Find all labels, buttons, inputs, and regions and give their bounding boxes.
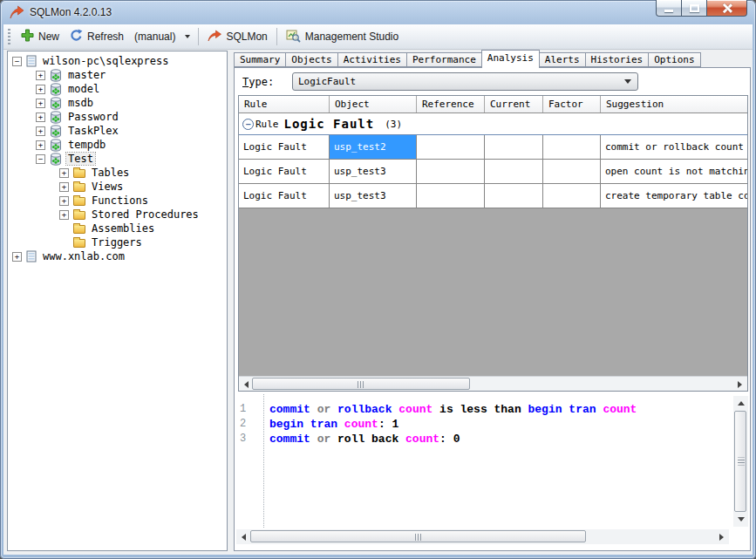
cell[interactable] [543, 135, 601, 159]
suggestion-detail-editor[interactable]: 123 commit or rollback count is less tha… [235, 394, 750, 550]
expand-toggle-icon[interactable]: + [36, 112, 45, 122]
refresh-mode-dropdown[interactable] [180, 32, 194, 41]
table-row[interactable]: Logic Faultusp_test3open count is not ma… [239, 160, 747, 184]
scroll-left-button[interactable] [236, 529, 251, 544]
tab-histories[interactable]: Histories [585, 52, 650, 67]
detail-hscroll-thumb[interactable] [250, 530, 586, 542]
grid-hscroll-thumb[interactable] [252, 378, 470, 390]
tree-item-wilson-pc-sqlexpress[interactable]: −wilson-pc\sqlexpress [8, 54, 227, 68]
cell[interactable]: create temporary table cou [601, 184, 747, 208]
tab-summary[interactable]: Summary [234, 52, 286, 67]
tree-item-www-xnlab-com[interactable]: +www.xnlab.com [8, 249, 227, 263]
column-header-suggestion[interactable]: Suggestion [601, 96, 747, 112]
tree-item-views[interactable]: +Views [8, 180, 227, 194]
expand-toggle-icon[interactable]: + [36, 71, 45, 80]
code-token: tran [569, 403, 596, 416]
cell[interactable] [485, 184, 543, 208]
tree-item-functions[interactable]: +Functions [8, 194, 227, 208]
table-row[interactable]: Logic Faultusp_test3create temporary tab… [239, 184, 747, 208]
cell[interactable] [417, 184, 485, 208]
tree-item-taskplex[interactable]: +TaskPlex [8, 124, 227, 138]
maximize-button[interactable] [682, 0, 707, 17]
minimize-button[interactable] [656, 0, 682, 17]
cell[interactable]: open count is not matching [601, 160, 747, 183]
tree-item-password[interactable]: +Password [8, 110, 227, 124]
column-header-factor[interactable]: Factor [543, 96, 601, 112]
column-header-rule[interactable]: Rule [239, 96, 330, 112]
management-studio-button[interactable]: Management Studio [281, 26, 404, 48]
sqlmon-logo-icon [10, 5, 24, 19]
code-text[interactable]: commit or rollback count is less than be… [265, 394, 732, 528]
cell[interactable] [485, 160, 543, 183]
scroll-right-button[interactable] [714, 529, 729, 544]
detail-vertical-scrollbar[interactable] [733, 396, 748, 527]
cell[interactable]: Logic Fault [239, 184, 330, 208]
tree-item-triggers[interactable]: +Triggers [8, 235, 227, 249]
close-button[interactable] [707, 0, 747, 17]
column-header-object[interactable]: Object [330, 96, 417, 112]
cell[interactable]: usp_test3 [330, 160, 417, 183]
table-row[interactable]: Logic Faultusp_test2commit or rollback c… [239, 135, 747, 160]
tree-item-tables[interactable]: +Tables [8, 166, 227, 180]
chevron-down-icon [185, 35, 190, 38]
scroll-down-button[interactable] [733, 512, 748, 527]
refresh-button[interactable]: Refresh [65, 26, 129, 47]
expand-toggle-icon[interactable]: + [36, 85, 45, 94]
cell[interactable] [543, 184, 601, 208]
main-panel: SummaryObjectsActivitiesPerformanceAnaly… [234, 50, 751, 551]
tree-item-tempdb[interactable]: +tempdb [8, 138, 227, 152]
tree-item-msdb[interactable]: +msdb [8, 96, 227, 110]
tree-item-label: Password [66, 111, 120, 123]
management-studio-label: Management Studio [305, 31, 398, 43]
new-button[interactable]: New [16, 26, 65, 47]
expand-toggle-icon[interactable]: + [59, 196, 69, 206]
tab-activities[interactable]: Activities [337, 52, 407, 67]
expand-toggle-icon[interactable]: + [36, 99, 45, 108]
selected-cell[interactable]: usp_test2 [330, 135, 417, 159]
cell[interactable]: usp_test3 [330, 184, 417, 208]
tree-item-stored-procedures[interactable]: +Stored Procedures [8, 208, 227, 222]
cell[interactable]: commit or rollback count i [601, 135, 747, 159]
tree-item-label: tempdb [66, 139, 107, 151]
tab-analysis[interactable]: Analysis [481, 50, 540, 68]
grid-horizontal-scrollbar[interactable] [239, 376, 747, 391]
tab-performance[interactable]: Performance [406, 52, 482, 67]
detail-vscroll-thumb[interactable] [734, 411, 746, 512]
tree-item-master[interactable]: +master [8, 68, 227, 82]
group-name: Logic Fault [284, 117, 375, 131]
tree-item-model[interactable]: +model [8, 82, 227, 96]
expand-toggle-icon[interactable]: + [12, 252, 22, 262]
tab-objects[interactable]: Objects [285, 52, 337, 67]
tab-alerts[interactable]: Alerts [539, 52, 586, 67]
detail-horizontal-scrollbar[interactable] [236, 529, 729, 544]
scroll-right-button[interactable] [732, 377, 747, 392]
expand-toggle-icon[interactable]: + [59, 182, 69, 192]
expand-toggle-icon[interactable]: + [59, 168, 69, 178]
column-header-current[interactable]: Current [485, 96, 543, 112]
column-header-reference[interactable]: Reference [417, 96, 485, 112]
collapse-group-icon[interactable]: − [242, 119, 254, 130]
type-combobox[interactable]: LogicFault [292, 72, 638, 91]
cell[interactable]: Logic Fault [239, 160, 330, 183]
grid-group-row[interactable]: − Rule Logic Fault (3) [239, 113, 747, 135]
tree-item-label: Stored Procedures [90, 208, 201, 221]
collapse-toggle-icon[interactable]: − [12, 57, 22, 66]
tree-item-assemblies[interactable]: +Assemblies [8, 222, 227, 235]
cell[interactable] [543, 160, 601, 183]
cell[interactable] [417, 135, 485, 159]
tab-options[interactable]: Options [648, 52, 700, 67]
expand-toggle-icon[interactable]: + [59, 210, 69, 220]
sqlmon-button[interactable]: SQLMon [202, 27, 272, 47]
code-token [310, 403, 317, 416]
cell[interactable] [417, 160, 485, 183]
expand-toggle-icon[interactable]: + [36, 140, 45, 150]
scroll-up-button[interactable] [733, 396, 748, 411]
line-number: 1 [240, 402, 263, 417]
tree-item-test[interactable]: −Test [8, 152, 227, 166]
code-token: : 1 [378, 418, 398, 431]
expand-toggle-icon[interactable]: + [36, 126, 45, 136]
cell[interactable]: Logic Fault [239, 135, 330, 159]
cell[interactable] [485, 135, 543, 159]
tab-strip: SummaryObjectsActivitiesPerformanceAnaly… [234, 50, 751, 67]
collapse-toggle-icon[interactable]: − [36, 154, 45, 164]
